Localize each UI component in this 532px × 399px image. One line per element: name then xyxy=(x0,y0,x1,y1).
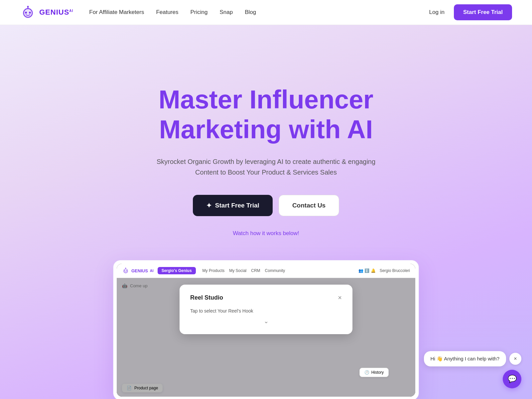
reel-studio-modal: Reel Studio × Tap to select Your Reel's … xyxy=(180,285,352,334)
app-bar-links: My Products My Social CRM Community xyxy=(202,268,285,273)
hero-buttons: ✦ Start Free Trial Contact Us xyxy=(193,195,339,216)
navbar: GENIUSAI For Affiliate Marketers Feature… xyxy=(0,0,532,25)
nav-snap[interactable]: Snap xyxy=(219,9,233,15)
svg-point-8 xyxy=(126,270,127,271)
app-content: 🤖 Come up 📄 Product page Reel Studio × T… xyxy=(117,278,415,397)
nav-features[interactable]: Features xyxy=(156,9,178,15)
hero-title: Master Influencer Marketing with AI xyxy=(159,85,373,144)
modal-close-button[interactable]: × xyxy=(338,294,342,302)
logo-icon xyxy=(20,4,36,20)
watch-link[interactable]: Watch how it works below! xyxy=(233,230,299,237)
app-bar-icons: 👥 ℹ️ 🔔 xyxy=(358,268,376,273)
nav-links: For Affiliate Marketers Features Pricing… xyxy=(89,9,256,16)
app-bar-community[interactable]: Community xyxy=(265,268,285,273)
app-bar-logo-icon xyxy=(122,267,129,274)
nav-pricing[interactable]: Pricing xyxy=(190,9,207,15)
hero-section: Master Influencer Marketing with AI Skyr… xyxy=(0,25,532,399)
chat-close-button[interactable]: × xyxy=(509,353,521,365)
app-bar: GENIUS AI Sergio's Genius My Products My… xyxy=(117,264,415,278)
app-preview: GENIUS AI Sergio's Genius My Products My… xyxy=(113,260,419,399)
svg-point-5 xyxy=(27,6,29,8)
nav-blog[interactable]: Blog xyxy=(245,9,256,15)
nav-left: GENIUSAI For Affiliate Marketers Feature… xyxy=(20,4,256,20)
app-bar-user: Sergio Bruccoleri xyxy=(380,268,410,273)
modal-chevron-icon: ⌄ xyxy=(190,318,342,325)
modal-title: Reel Studio xyxy=(190,294,223,301)
chat-icon: 💬 xyxy=(508,375,517,383)
app-bar-logo-text: GENIUS xyxy=(131,268,148,273)
chat-bubble-row: Hi 👋 Anything I can help with? × xyxy=(424,351,521,366)
svg-point-0 xyxy=(23,8,33,18)
svg-point-3 xyxy=(29,12,31,14)
clock-icon: 🕐 xyxy=(364,370,369,375)
app-bar-tab[interactable]: Sergio's Genius xyxy=(158,267,196,274)
login-link[interactable]: Log in xyxy=(429,9,445,16)
chat-bubble-text: Hi 👋 Anything I can help with? xyxy=(431,356,499,362)
nav-start-free-trial-button[interactable]: Start Free Trial xyxy=(454,4,512,20)
logo-text: GENIUSAI xyxy=(39,8,73,17)
nav-right: Log in Start Free Trial xyxy=(429,4,512,20)
chat-widget: Hi 👋 Anything I can help with? × 💬 xyxy=(424,351,521,388)
modal-label: Tap to select Your Reel's Hook xyxy=(190,308,342,314)
app-bar-logo: GENIUS AI xyxy=(122,267,154,274)
modal-overlay: Reel Studio × Tap to select Your Reel's … xyxy=(117,278,415,397)
app-preview-inner: GENIUS AI Sergio's Genius My Products My… xyxy=(117,264,415,397)
app-bar-my-social[interactable]: My Social xyxy=(229,268,246,273)
app-bar-logo-sup: AI xyxy=(150,269,154,273)
svg-point-10 xyxy=(125,268,126,268)
svg-point-2 xyxy=(25,12,27,14)
modal-header: Reel Studio × xyxy=(190,294,342,302)
app-bar-right: 👥 ℹ️ 🔔 Sergio Bruccoleri xyxy=(358,268,410,273)
logo[interactable]: GENIUSAI xyxy=(20,4,73,20)
app-bar-my-products[interactable]: My Products xyxy=(202,268,225,273)
hero-start-free-trial-button[interactable]: ✦ Start Free Trial xyxy=(193,195,273,216)
sparkle-icon: ✦ xyxy=(206,201,212,209)
app-bar-crm[interactable]: CRM xyxy=(251,268,260,273)
hero-subtitle: Skyrocket Organic Growth by leveraging A… xyxy=(153,156,379,178)
close-icon: × xyxy=(514,356,517,362)
chat-bubble: Hi 👋 Anything I can help with? xyxy=(424,351,506,366)
chat-open-button[interactable]: 💬 xyxy=(503,370,521,388)
svg-point-6 xyxy=(124,269,128,273)
hero-contact-us-button[interactable]: Contact Us xyxy=(279,195,339,216)
history-button[interactable]: 🕐 History xyxy=(359,368,389,377)
svg-point-7 xyxy=(124,270,125,271)
nav-affiliate[interactable]: For Affiliate Marketers xyxy=(89,9,144,15)
